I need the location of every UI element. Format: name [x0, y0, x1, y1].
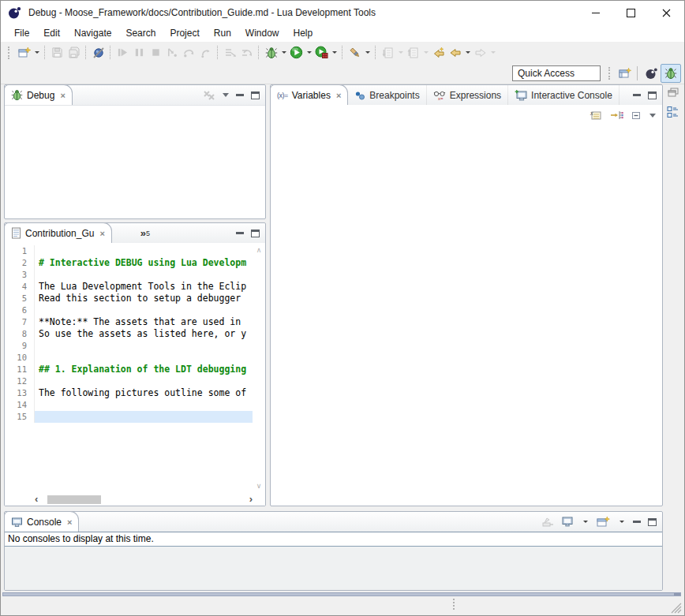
profile-button[interactable]	[313, 44, 330, 62]
resume-button[interactable]	[114, 44, 131, 62]
editor-line[interactable]: 5 Read this section to setup a debugger	[5, 293, 253, 304]
prev-annotation-button[interactable]	[405, 44, 421, 62]
toolbar-grip[interactable]	[8, 47, 13, 59]
view-menu-icon[interactable]	[649, 114, 656, 121]
back-dropdown[interactable]	[463, 44, 472, 62]
skip-breakpoints-button[interactable]	[90, 44, 107, 62]
show-type-names-icon[interactable]: x	[590, 109, 603, 121]
use-step-filters-button[interactable]	[222, 44, 238, 62]
scroll-up-icon[interactable]: ∧	[256, 246, 262, 254]
editor-line[interactable]: 7 **Note:** The assets that are used in	[5, 316, 253, 328]
minimize-button[interactable]	[578, 1, 613, 24]
toolbar-grip[interactable]	[608, 67, 613, 80]
menubar-item[interactable]: Project	[163, 24, 206, 42]
editor-code-area[interactable]: 1 2 # Interactive DEBUG using Lua Develo…	[5, 243, 253, 493]
save-button[interactable]	[49, 44, 66, 62]
minimize-view-icon[interactable]	[633, 521, 641, 523]
minimize-view-icon[interactable]	[236, 232, 244, 234]
external-tools-dropdown[interactable]	[363, 44, 372, 62]
tab-contribution-guide[interactable]: Contribution_Gu ×	[4, 222, 112, 243]
menubar-item[interactable]: Window	[238, 24, 286, 42]
quick-access-input[interactable]: Quick Access	[512, 65, 601, 81]
prev-annotation-dropdown[interactable]	[421, 44, 430, 62]
editor-line[interactable]: 12	[5, 375, 253, 387]
tab-breakpoints[interactable]: Breakpoints	[348, 85, 426, 105]
tab-close-icon[interactable]: ×	[67, 517, 72, 527]
step-into-button[interactable]	[164, 44, 181, 62]
next-annotation-button[interactable]	[380, 44, 396, 62]
outline-icon[interactable]	[667, 106, 679, 118]
view-menu-icon[interactable]	[223, 93, 229, 100]
step-return-button[interactable]	[197, 44, 214, 62]
close-button[interactable]	[649, 1, 684, 24]
editor-line[interactable]: 15	[5, 411, 253, 423]
tab-expressions[interactable]: x= Expressions	[427, 85, 508, 105]
editor-horizontal-scrollbar[interactable]: ‹ ›	[35, 494, 253, 505]
editor-line[interactable]: 11 ## 1. Explanation of the LDT debuggin…	[5, 364, 253, 375]
open-perspective-button[interactable]	[616, 65, 633, 82]
debug-dropdown[interactable]	[279, 44, 288, 62]
suspend-button[interactable]	[131, 44, 148, 62]
editor-line[interactable]: 10	[5, 352, 253, 364]
tab-close-icon[interactable]: ×	[336, 91, 341, 100]
resize-grip-icon[interactable]	[671, 603, 682, 614]
editor-line[interactable]: 8 So use the assets as listed here, or y	[5, 328, 253, 340]
terminate-button[interactable]	[148, 44, 164, 62]
run-dropdown[interactable]	[305, 44, 313, 62]
lua-perspective-button[interactable]	[642, 65, 661, 82]
debug-button[interactable]	[263, 44, 279, 62]
minimize-view-icon[interactable]	[633, 94, 641, 96]
editor-vertical-scrollbar[interactable]: ∧ ∨	[253, 243, 265, 493]
show-logical-structures-icon[interactable]	[610, 109, 623, 121]
editor-line[interactable]: 2 # Interactive DEBUG using Lua Developm	[5, 257, 253, 269]
tab-close-icon[interactable]: ×	[60, 91, 65, 100]
restore-icon[interactable]	[668, 88, 679, 98]
scroll-left-icon[interactable]: ‹	[35, 494, 38, 505]
maximize-button[interactable]	[613, 1, 649, 24]
maximize-view-icon[interactable]	[648, 91, 657, 99]
new-wizard-dropdown[interactable]	[32, 44, 41, 62]
editor-line[interactable]: 13 The following pictures outline some o…	[5, 387, 253, 399]
scroll-down-icon[interactable]: ∨	[256, 482, 262, 490]
menubar-item[interactable]: Navigate	[67, 24, 118, 42]
profile-dropdown[interactable]	[330, 44, 339, 62]
maximize-view-icon[interactable]	[251, 91, 260, 99]
debug-perspective-button[interactable]	[661, 64, 681, 83]
forward-dropdown[interactable]	[488, 44, 497, 62]
tab-debug[interactable]: Debug ×	[4, 84, 73, 105]
status-drag-handle[interactable]	[453, 599, 455, 610]
editor-line[interactable]: 9	[5, 340, 253, 352]
scroll-right-icon[interactable]: ›	[249, 494, 253, 505]
menubar-item[interactable]: Search	[118, 24, 163, 42]
editor-line[interactable]: 3	[5, 269, 253, 281]
tab-interactive-console[interactable]: Interactive Console	[508, 85, 619, 105]
tab-close-icon[interactable]: ×	[99, 229, 104, 238]
external-tools-button[interactable]	[346, 44, 363, 62]
new-wizard-button[interactable]	[16, 44, 32, 62]
display-console-dropdown[interactable]	[581, 513, 590, 531]
open-console-dropdown[interactable]	[617, 513, 626, 531]
maximize-view-icon[interactable]	[648, 518, 657, 526]
tab-console[interactable]: Console ×	[4, 511, 79, 532]
editor-line[interactable]: 1	[5, 245, 253, 257]
editor-line[interactable]: 4 The Lua Development Tools in the Eclip	[5, 281, 253, 293]
editor-tab-overflow[interactable]: »5	[140, 223, 150, 243]
collapse-all-icon[interactable]	[631, 110, 642, 121]
step-through-filters-button[interactable]	[238, 44, 255, 62]
tab-variables[interactable]: (x)= Variables ×	[270, 84, 348, 105]
menubar-item[interactable]: Edit	[36, 24, 67, 42]
sash-handle[interactable]	[674, 593, 680, 595]
scrollbar-thumb[interactable]	[47, 495, 101, 504]
forward-button[interactable]	[472, 44, 488, 62]
menubar-item[interactable]: Run	[207, 24, 238, 42]
editor-line[interactable]: 6	[5, 304, 253, 316]
menubar-item[interactable]: Help	[286, 24, 320, 42]
next-annotation-dropdown[interactable]	[396, 44, 405, 62]
maximize-view-icon[interactable]	[251, 230, 260, 237]
step-over-button[interactable]	[181, 44, 197, 62]
minimize-view-icon[interactable]	[236, 94, 244, 96]
run-button[interactable]	[288, 44, 305, 62]
display-console-icon[interactable]	[561, 516, 574, 528]
open-console-icon[interactable]	[597, 516, 610, 528]
menubar-item[interactable]: File	[7, 24, 36, 42]
